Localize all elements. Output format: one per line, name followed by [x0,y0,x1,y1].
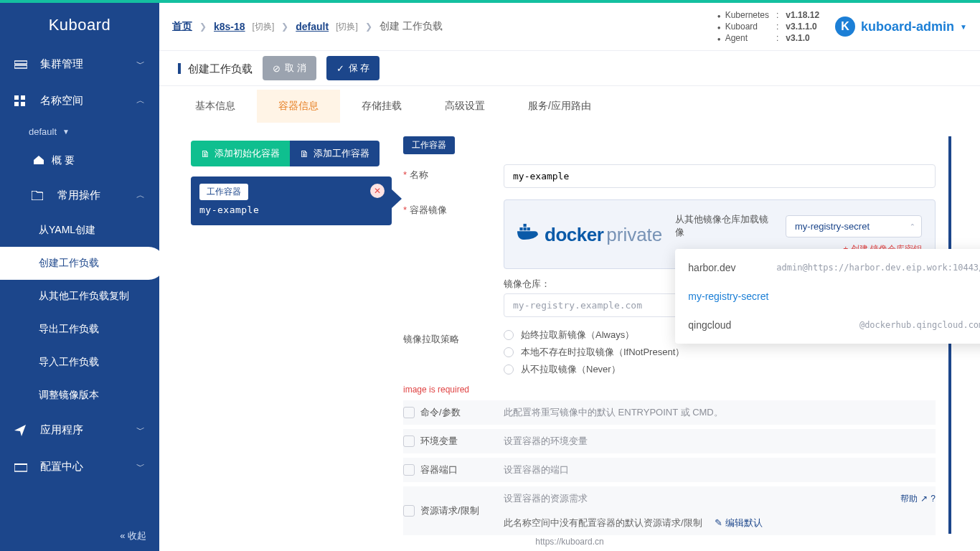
footer-link[interactable]: https://kuboard.cn [159,532,980,551]
sidebar: Kuboard 集群管理 ﹀ 名称空间 ︿ default ▼ 概 要 常用操作… [0,3,159,551]
grid-icon [14,95,30,107]
version-info: Kubernetes:v1.18.12 Kuboard:v3.1.1.0 Age… [717,10,819,43]
avatar: K [835,17,855,37]
crumb-current: 创建 工作负载 [380,20,443,33]
sidebar-item-adjust-image[interactable]: 调整镜像版本 [0,379,159,412]
crumb-namespace[interactable]: default [296,21,329,32]
crumb-cluster[interactable]: k8s-18 [214,21,245,32]
folder-icon [32,190,47,202]
sidebar-item-yaml-create[interactable]: 从YAML创建 [0,214,159,247]
sidebar-item-copy-workload[interactable]: 从其他工作负载复制 [0,280,159,313]
svg-rect-0 [14,61,27,64]
crumb-switch-ns[interactable]: [切换] [336,21,358,33]
resource-checkbox[interactable] [403,505,415,517]
tab-advanced[interactable]: 高级设置 [423,90,507,123]
home-icon [33,155,44,167]
svg-rect-6 [14,464,27,471]
tab-service[interactable]: 服务/应用路由 [507,90,613,123]
action-bar: 创建工作负载 ⊘取 消 ✓保 存 [159,50,980,86]
menu-group-cluster[interactable]: 集群管理 ﹀ [0,46,159,83]
tab-container[interactable]: 容器信息 [257,90,340,123]
chevron-up-icon: ︿ [136,189,145,202]
resource-hint: 设置容器的资源需求 [504,492,588,505]
cmd-hint: 此配置将重写镜像中的默认 ENTRYPOINT 或 CMD。 [504,406,936,419]
svg-rect-10 [527,227,530,230]
namespace-selector[interactable]: default ▼ [0,119,159,144]
help-link[interactable]: 帮助↗? [900,492,936,505]
sidebar-collapse[interactable]: « 收起 [120,529,146,542]
pull-policy-ifnotpresent[interactable]: 本地不存在时拉取镜像（IfNotPresent） [504,346,936,359]
caret-down-icon: ▼ [960,23,967,31]
container-type-chip: 工作容器 [199,184,248,200]
container-name-input[interactable] [504,164,936,188]
chevron-down-icon: ﹀ [136,424,145,436]
brand-logo: Kuboard [0,3,159,46]
tab-basic[interactable]: 基本信息 [174,90,257,123]
sidebar-group-common[interactable]: 常用操作 ︿ [0,177,159,214]
add-init-container-button[interactable]: 🗎添加初始化容器 [191,141,290,166]
chevron-down-icon: ﹀ [136,58,145,70]
menu-group-config[interactable]: 配置中心 ﹀ [0,448,159,485]
svg-rect-1 [14,65,27,68]
sidebar-item-overview[interactable]: 概 要 [0,144,159,177]
delete-container-button[interactable]: ✕ [370,184,385,198]
tab-storage[interactable]: 存储挂载 [340,90,423,123]
cancel-icon: ⊘ [273,63,281,74]
plane-icon [14,425,30,436]
sidebar-item-create-workload[interactable]: 创建工作负载 [0,247,165,280]
image-repo-card: dockerprivate 从其他镜像仓库加载镜像 my-registry-se… [504,199,936,269]
doc-icon: 🗎 [201,149,210,159]
add-work-container-button[interactable]: 🗎添加工作容器 [290,141,380,166]
port-hint: 设置容器的端口 [504,463,936,476]
env-checkbox[interactable] [403,435,415,447]
env-hint: 设置容器的环境变量 [504,435,936,448]
check-icon: ✓ [336,63,344,74]
registry-secret-select[interactable]: my-registry-secret ⌄ [786,215,922,237]
svg-rect-8 [519,227,522,230]
breadcrumb: 首页 ❯ k8s-18 [切换] ❯ default [切换] ❯ 创建 工作负… [172,20,443,33]
page-title: 创建工作负载 [178,63,253,74]
box-icon [14,461,30,473]
pull-policy-label: 镜像拉取策略 [403,329,504,376]
cancel-button[interactable]: ⊘取 消 [263,56,316,80]
pencil-icon: ✎ [715,517,722,528]
user-menu[interactable]: K kuboard-admin ▼ [835,17,967,37]
svg-rect-2 [14,95,19,100]
dropdown-option-harbor[interactable]: harbor.dev admin@https://harbor.dev.eip.… [675,253,980,282]
image-required-error: image is required [403,382,936,400]
svg-rect-9 [524,227,527,230]
crumb-switch-cluster[interactable]: [切换] [253,21,275,33]
menu-group-namespace[interactable]: 名称空间 ︿ [0,83,159,119]
from-repo-label: 从其他镜像仓库加载镜像 [675,213,776,239]
svg-rect-4 [14,102,19,106]
svg-rect-3 [21,95,25,100]
tab-strip: 基本信息 容器信息 存储挂载 高级设置 服务/应用路由 [174,88,966,123]
container-name: my-example [199,204,383,215]
dropdown-option-qingcloud[interactable]: qingcloud @dockerhub.qingcloud.com [675,311,980,339]
docker-private-logo: dockerprivate [517,222,662,246]
cmd-checkbox[interactable] [403,407,415,418]
edit-default-link[interactable]: ✎编辑默认 [715,517,763,528]
chevron-up-icon: ︿ [136,95,145,107]
question-icon: ? [930,494,936,504]
port-checkbox[interactable] [403,464,415,476]
container-card[interactable]: 工作容器 my-example ✕ [191,176,392,225]
menu-group-apps[interactable]: 应用程序 ﹀ [0,412,159,448]
resource-note: 此名称空间中没有配置容器的默认资源请求/限制 [504,517,702,528]
external-icon: ↗ [920,494,928,504]
caret-down-icon: ▼ [62,128,70,136]
svg-rect-5 [21,102,25,106]
cluster-icon [14,59,30,70]
form-panel: 工作容器 *名称 *容器镜像 dockerprivate 从其他镜像仓库加载镜像 [403,136,951,534]
sidebar-item-import-workload[interactable]: 导入工作负载 [0,346,159,379]
crumb-home[interactable]: 首页 [172,20,192,33]
doc-icon: 🗎 [300,149,309,159]
dropdown-option-my-registry[interactable]: my-registry-secret [675,282,980,311]
container-list-panel: 🗎添加初始化容器 🗎添加工作容器 工作容器 my-example ✕ [191,141,392,225]
container-badge: 工作容器 [403,136,455,154]
pull-policy-never[interactable]: 从不拉取镜像（Never） [504,363,936,376]
header: 首页 ❯ k8s-18 [切换] ❯ default [切换] ❯ 创建 工作负… [159,3,980,50]
sidebar-item-export-workload[interactable]: 导出工作负载 [0,313,159,346]
svg-rect-11 [524,224,527,227]
save-button[interactable]: ✓保 存 [326,56,380,80]
